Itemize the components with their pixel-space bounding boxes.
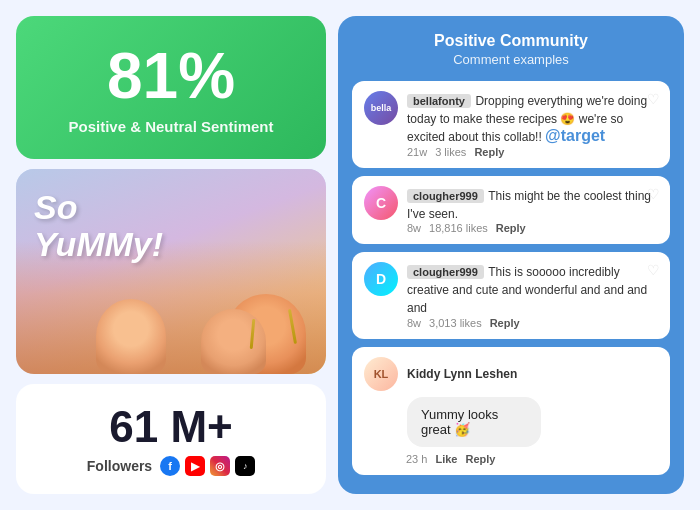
heart-icon-1[interactable]: ♡ (647, 91, 660, 107)
left-column: 81% Positive & Neutral Sentiment So YuMM… (16, 16, 326, 494)
comment-likes-3: 3,013 likes (429, 317, 482, 329)
bubble-time-4: 23 h (406, 453, 427, 465)
followers-number: 61 M+ (36, 402, 306, 452)
reply-button-1[interactable]: Reply (474, 146, 504, 158)
reply-button-4[interactable]: Reply (465, 453, 495, 465)
soyummy-text: So YuMMy! (34, 189, 163, 264)
username-2: clougher999 (407, 189, 484, 203)
heart-icon-2[interactable]: ♡ (647, 186, 660, 202)
followers-row: Followers f ▶ ◎ ♪ (36, 456, 306, 476)
bubble-message-text: Yummy looks great 🥳 (407, 397, 541, 447)
youtube-icon: ▶ (185, 456, 205, 476)
bubble-header-4: KL Kiddy Lynn Leshen (364, 357, 517, 391)
bubble-actions-4: 23 h Like Reply (364, 453, 495, 465)
comment-likes-2: 18,816 likes (429, 222, 488, 234)
like-button-4[interactable]: Like (435, 453, 457, 465)
right-column: Positive Community Comment examples bell… (338, 16, 684, 494)
followers-label: Followers (87, 458, 152, 474)
cupcake-shape2 (201, 309, 266, 374)
comment-likes-1: 3 likes (435, 146, 466, 158)
right-header: Positive Community Comment examples (352, 32, 670, 67)
avatar-2: C (364, 186, 398, 220)
sentiment-card: 81% Positive & Neutral Sentiment (16, 16, 326, 159)
comment-card-1: bella bellafonty Dropping everything we'… (352, 81, 670, 168)
comment-card-4: KL Kiddy Lynn Leshen Yummy looks great 🥳… (352, 347, 670, 475)
instagram-icon: ◎ (210, 456, 230, 476)
right-title: Positive Community (352, 32, 670, 50)
main-container: 81% Positive & Neutral Sentiment So YuMM… (0, 0, 700, 510)
comment-actions-2: 8w 18,816 likes Reply (407, 222, 658, 234)
cupcake-shape3 (96, 299, 166, 374)
facebook-icon: f (160, 456, 180, 476)
sentiment-label: Positive & Neutral Sentiment (36, 118, 306, 135)
comment-content-1: bellafonty Dropping everything we're doi… (407, 91, 658, 158)
comment-actions-3: 8w 3,013 likes Reply (407, 317, 658, 329)
comment-content-3: clougher999 This is sooooo incredibly cr… (407, 262, 658, 329)
soyummy-card: So YuMMy! (16, 169, 326, 374)
avatar-1: bella (364, 91, 398, 125)
comment-card-2: C clougher999 This might be the coolest … (352, 176, 670, 244)
username-3: clougher999 (407, 265, 484, 279)
mention-target: @target (545, 127, 605, 144)
followers-card: 61 M+ Followers f ▶ ◎ ♪ (16, 384, 326, 494)
comments-list: bella bellafonty Dropping everything we'… (352, 81, 670, 478)
username-4: Kiddy Lynn Leshen (407, 367, 517, 381)
comment-time-1: 21w (407, 146, 427, 158)
comment-time-3: 8w (407, 317, 421, 329)
sentiment-percent: 81% (36, 44, 306, 108)
username-1: bellafonty (407, 94, 471, 108)
reply-button-3[interactable]: Reply (490, 317, 520, 329)
reply-button-2[interactable]: Reply (496, 222, 526, 234)
comment-content-2: clougher999 This might be the coolest th… (407, 186, 658, 234)
heart-icon-3[interactable]: ♡ (647, 262, 660, 278)
bubble-message-wrapper: Yummy looks great 🥳 (364, 397, 565, 447)
social-icons-group: f ▶ ◎ ♪ (160, 456, 255, 476)
right-subtitle: Comment examples (352, 52, 670, 67)
comment-time-2: 8w (407, 222, 421, 234)
comment-card-3: D clougher999 This is sooooo incredibly … (352, 252, 670, 339)
avatar-4: KL (364, 357, 398, 391)
avatar-3: D (364, 262, 398, 296)
comment-actions-1: 21w 3 likes Reply (407, 146, 658, 158)
tiktok-icon: ♪ (235, 456, 255, 476)
